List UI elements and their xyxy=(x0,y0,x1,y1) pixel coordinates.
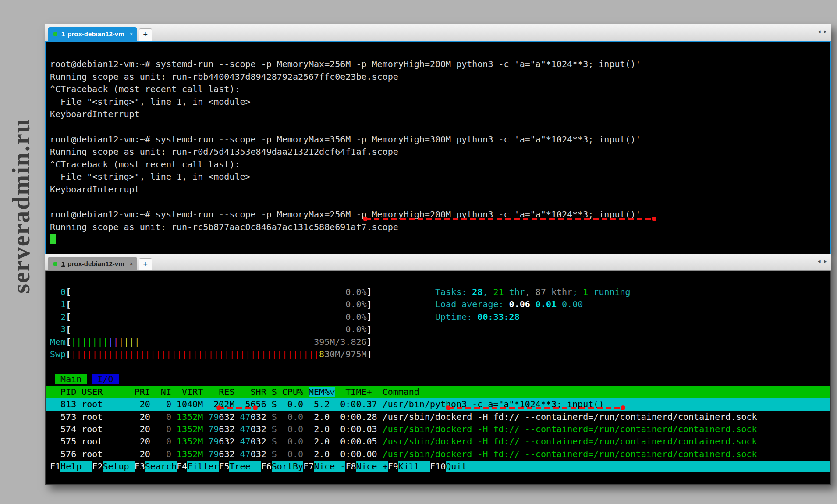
terminal-window-htop: 1 prox-debian12-vm × + ◂▸ 0[ 0.0%] Tasks… xyxy=(45,254,831,485)
terminal-line-1: root@debian12-vm:~# systemd-run --scope … xyxy=(46,58,830,71)
process-row-574[interactable]: 574 root 20 0 1352M 79632 47032 S 0.0 2.… xyxy=(46,423,830,435)
fkey-f3[interactable]: F3 xyxy=(135,461,145,472)
process-row-575[interactable]: 575 root 20 0 1352M 79632 47032 S 0.0 2.… xyxy=(46,435,830,447)
terminal-line-5: KeyboardInterrupt xyxy=(46,108,830,121)
close-icon[interactable]: × xyxy=(130,260,133,267)
terminal-line-8: Running scope as unit: run-r0d75d41353e8… xyxy=(46,146,830,158)
terminal-line-12 xyxy=(46,196,830,209)
tab-bar: 1 prox-debian12-vm × + ◂▸ xyxy=(45,254,831,271)
session-status-icon xyxy=(53,32,57,36)
fkey-label-nice[interactable]: Nice + xyxy=(356,461,388,472)
fkey-f9[interactable]: F9 xyxy=(388,461,398,472)
tab-scroll-arrows: ◂▸ xyxy=(814,28,827,35)
fkey-f5[interactable]: F5 xyxy=(219,461,229,472)
terminal-cursor xyxy=(50,234,56,244)
scroll-left-icon[interactable]: ◂ xyxy=(818,28,821,35)
htop-memory-meter: Mem[||||||||||||| 395M/3.82G] xyxy=(46,336,830,348)
process-row-573[interactable]: 573 root 20 0 1352M 79632 47032 S 0.0 2.… xyxy=(46,411,830,423)
scroll-left-icon[interactable]: ◂ xyxy=(818,258,821,264)
terminal-line-14: Running scope as unit: run-rc5b877aac0c8… xyxy=(46,221,830,234)
new-tab-button[interactable]: + xyxy=(139,28,152,41)
fkey-label-filter[interactable]: Filter xyxy=(187,461,219,472)
fkey-label-search[interactable]: Search xyxy=(145,461,177,472)
process-row-813[interactable]: 813 root 20 0 1040M 202M 5656 S 0.0 5.2 … xyxy=(46,398,830,410)
htop-table-header: PID USER PRI NI VIRT RES SHR S CPU% MEM%… xyxy=(46,386,830,398)
process-row-576[interactable]: 576 root 20 0 1352M 79632 47032 S 0.0 2.… xyxy=(46,448,830,460)
htop-cpu-meter-1: 1[ 0.0%] Load average: 0.06 0.01 0.00 xyxy=(46,298,830,310)
fkey-label-tree[interactable]: Tree xyxy=(229,461,261,472)
watermark-serveradmin-ru: serveradmin.ru xyxy=(7,92,35,320)
htop-cpu-meter-3: 3[ 0.0%] xyxy=(46,323,830,335)
fkey-f10[interactable]: F10 xyxy=(430,461,446,472)
terminal-line-6 xyxy=(46,121,830,133)
annotation-underline-third-systemd-run-command xyxy=(365,218,654,220)
tab-scroll-arrows: ◂▸ xyxy=(814,258,827,264)
terminal-prompt-line xyxy=(46,233,830,246)
fkey-label-quit[interactable]: Quit xyxy=(446,461,477,472)
tab-prox-debian12-vm[interactable]: 1 prox-debian12-vm × xyxy=(48,257,137,270)
htop-sort-column-mem[interactable]: MEM%▽ xyxy=(309,387,335,397)
terminal-line-9: ^CTraceback (most recent call last): xyxy=(46,158,830,171)
annotation-underline-res-202M xyxy=(219,407,255,409)
tab-prox-debian12-vm[interactable]: 1 prox-debian12-vm × xyxy=(48,27,137,41)
fkey-label-help[interactable]: Help xyxy=(60,461,92,472)
htop-screen-tabs: Main I/O xyxy=(46,373,830,385)
annotation-underline-python-command xyxy=(448,407,623,409)
tab-label: prox-debian12-vm xyxy=(67,260,124,267)
htop-tab-main[interactable]: Main xyxy=(55,374,87,384)
terminal-line-11: KeyboardInterrupt xyxy=(46,183,830,196)
session-status-icon xyxy=(53,262,57,266)
htop-swap-meter: Swp[||||||||||||||||||||||||||||||||||||… xyxy=(46,348,830,360)
htop-tab-i-o[interactable]: I/O xyxy=(92,374,118,384)
scroll-right-icon[interactable]: ▸ xyxy=(824,28,827,35)
fkey-label-kill[interactable]: Kill xyxy=(398,461,430,472)
terminal-output-htop[interactable]: 0[ 0.0%] Tasks: 28, 21 thr, 87 kthr; 1 r… xyxy=(45,271,831,485)
terminal-line-4: File "<string>", line 1, in <module> xyxy=(46,96,830,108)
terminal-output-shell[interactable]: root@debian12-vm:~# systemd-run --scope … xyxy=(45,42,831,254)
htop-function-key-bar: F1Help F2Setup F3SearchF4FilterF5Tree F6… xyxy=(46,460,830,472)
fkey-f8[interactable]: F8 xyxy=(345,461,356,472)
tab-index: 1 xyxy=(61,260,65,267)
tab-index: 1 xyxy=(61,30,65,38)
fkey-f7[interactable]: F7 xyxy=(303,461,314,472)
fkey-f1[interactable]: F1 xyxy=(50,461,60,472)
htop-blank-line xyxy=(46,361,830,373)
htop-cpu-meter-2: 2[ 0.0%] Uptime: 00:33:28 xyxy=(46,311,830,323)
terminal-line-7: root@debian12-vm:~# systemd-run --scope … xyxy=(46,133,830,146)
fkey-f2[interactable]: F2 xyxy=(92,461,103,472)
fkey-label-sortby[interactable]: SortBy xyxy=(272,461,303,472)
fkey-f4[interactable]: F4 xyxy=(177,461,187,472)
close-icon[interactable]: × xyxy=(130,31,133,38)
tab-label: prox-debian12-vm xyxy=(67,30,124,38)
terminal-line-3: ^CTraceback (most recent call last): xyxy=(46,83,830,96)
terminal-line-2: Running scope as unit: run-rbb4400437d89… xyxy=(46,71,830,83)
fkey-label-nice[interactable]: Nice - xyxy=(314,461,345,472)
htop-cpu-meter-0: 0[ 0.0%] Tasks: 28, 21 thr, 87 kthr; 1 r… xyxy=(46,286,830,298)
fkey-label-setup[interactable]: Setup xyxy=(103,461,134,472)
tab-bar: 1 prox-debian12-vm × + ◂▸ xyxy=(45,24,831,42)
terminal-line-10: File "<string>", line 1, in <module> xyxy=(46,170,830,183)
fkey-f6[interactable]: F6 xyxy=(261,461,272,472)
scroll-right-icon[interactable]: ▸ xyxy=(824,258,827,264)
new-tab-button[interactable]: + xyxy=(139,258,152,270)
